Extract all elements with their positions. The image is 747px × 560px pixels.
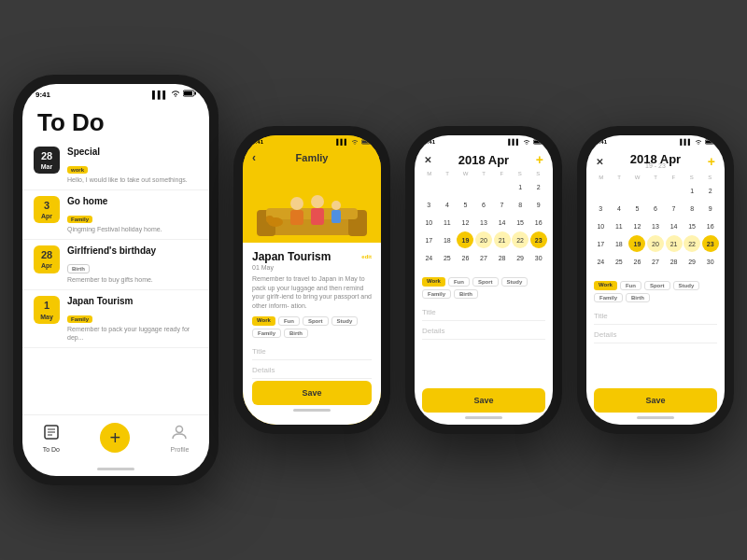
calendar-day[interactable]: 4 (439, 196, 456, 213)
calendar-day[interactable] (475, 178, 492, 195)
calendar-day[interactable]: 25 (439, 249, 456, 266)
edit-label[interactable]: edit (361, 254, 372, 259)
tag-work[interactable]: Work (422, 277, 445, 287)
tag-fun[interactable]: Fun (620, 281, 641, 290)
calendar-day[interactable]: 14 (666, 217, 683, 234)
calendar-day[interactable]: 7 (494, 196, 511, 213)
tag-study[interactable]: Study (673, 281, 700, 290)
title-field[interactable]: Title (594, 308, 717, 325)
calendar-day[interactable]: 2 (702, 182, 719, 199)
details-field[interactable]: Details (252, 362, 372, 379)
title-field[interactable]: Title (252, 343, 372, 360)
add-button[interactable]: + (536, 152, 543, 167)
calendar-day[interactable]: 28 (666, 253, 683, 270)
tag-family[interactable]: Family (594, 293, 623, 302)
calendar-day[interactable]: 17 (420, 231, 437, 248)
calendar-day[interactable]: 20 (475, 231, 492, 248)
tag-family[interactable]: Family (422, 289, 451, 299)
calendar-day[interactable] (494, 178, 511, 195)
tag-fun[interactable]: Fun (448, 277, 470, 287)
tag-work[interactable]: Work (594, 281, 617, 290)
calendar-day[interactable]: 1 (512, 178, 529, 195)
close-button[interactable]: ✕ (596, 157, 603, 167)
calendar-day[interactable]: 6 (647, 200, 664, 217)
calendar-day[interactable]: 21 (494, 231, 511, 248)
tag-study[interactable]: Study (331, 316, 359, 326)
todo-item[interactable]: 3 Apr Go home Family Qingming Festival h… (22, 190, 209, 240)
calendar-day[interactable]: 11 (439, 214, 456, 231)
tag-family[interactable]: Family (252, 329, 281, 338)
calendar-day[interactable]: 26 (628, 253, 645, 270)
calendar-day[interactable]: 26 (457, 249, 473, 266)
save-button[interactable]: Save (422, 388, 545, 413)
calendar-day[interactable] (628, 182, 645, 199)
add-button[interactable]: + (708, 154, 715, 169)
calendar-day[interactable]: 3 (592, 200, 609, 217)
calendar-day[interactable]: 19 (457, 231, 473, 248)
calendar-day[interactable]: 23 (530, 231, 547, 248)
calendar-day[interactable]: 12 (628, 217, 645, 234)
calendar-day[interactable]: 10 (592, 217, 609, 234)
calendar-day[interactable]: 8 (684, 200, 700, 217)
calendar-day[interactable]: 24 (420, 249, 437, 266)
back-button[interactable]: ‹ (252, 151, 256, 164)
calendar-day[interactable]: 24 (592, 253, 609, 270)
details-field[interactable]: Details (594, 327, 717, 343)
tag-sport[interactable]: Sport (472, 277, 499, 287)
close-button[interactable]: ✕ (424, 155, 431, 165)
calendar-day[interactable]: 11 (611, 217, 627, 234)
calendar-day[interactable]: 6 (475, 196, 492, 213)
calendar-day[interactable]: 4 (611, 200, 627, 217)
tag-fun[interactable]: Fun (278, 316, 300, 326)
calendar-day[interactable] (457, 178, 473, 195)
calendar-day[interactable]: 21 (666, 235, 683, 252)
calendar-day[interactable]: 22 (684, 235, 700, 252)
calendar-day[interactable]: 10 (420, 214, 437, 231)
todo-item[interactable]: 28 Apr Girlfriend's birthday Birth Remem… (22, 240, 209, 290)
calendar-day[interactable]: 23 (702, 235, 719, 252)
todo-item[interactable]: 1 May Japan Tourism Family Remember to p… (22, 290, 209, 348)
calendar-day[interactable]: 22 (512, 231, 529, 248)
tag-birth[interactable]: Birth (454, 289, 478, 299)
calendar-day[interactable] (439, 178, 456, 195)
calendar-day[interactable]: 15 (684, 217, 700, 234)
save-button[interactable]: Save (252, 381, 372, 405)
details-field[interactable]: Details (422, 323, 545, 340)
calendar-day[interactable]: 9 (530, 196, 547, 213)
calendar-day[interactable]: 13 (475, 214, 492, 231)
calendar-day[interactable]: 27 (647, 253, 664, 270)
calendar-day[interactable] (592, 182, 609, 199)
calendar-day[interactable]: 9 (702, 200, 719, 217)
calendar-day[interactable]: 30 (702, 253, 719, 270)
calendar-day[interactable]: 18 (439, 231, 456, 248)
nav-add-button[interactable]: + (100, 423, 130, 453)
calendar-day[interactable]: 16 (530, 214, 547, 231)
calendar-day[interactable]: 7 (666, 200, 683, 217)
calendar-day[interactable]: 14 (494, 214, 511, 231)
calendar-day[interactable]: 25 (611, 253, 627, 270)
todo-item[interactable]: 28 Mar Special work Hello, I would like … (22, 141, 209, 190)
calendar-day[interactable]: 18 (611, 235, 627, 252)
calendar-day[interactable]: 5 (628, 200, 645, 217)
tag-sport[interactable]: Sport (303, 316, 329, 326)
calendar-day[interactable]: 30 (530, 249, 547, 266)
calendar-day[interactable]: 28 (494, 249, 511, 266)
calendar-day[interactable]: 27 (475, 249, 492, 266)
nav-todo[interactable]: To Do (43, 424, 60, 453)
calendar-day[interactable]: 3 (420, 196, 437, 213)
calendar-day[interactable]: 20 (647, 235, 664, 252)
calendar-day[interactable] (420, 178, 437, 195)
calendar-day[interactable]: 15 (512, 214, 529, 231)
calendar-day[interactable]: 29 (684, 253, 700, 270)
calendar-day[interactable]: 8 (512, 196, 529, 213)
calendar-day[interactable]: 12 (457, 214, 473, 231)
calendar-day[interactable]: 13 (647, 217, 664, 234)
calendar-day[interactable]: 5 (457, 196, 473, 213)
tag-birth[interactable]: Birth (284, 329, 308, 338)
calendar-day[interactable]: 2 (530, 178, 547, 195)
nav-profile[interactable]: Profile (171, 424, 190, 453)
calendar-day[interactable] (611, 182, 627, 199)
calendar-day[interactable]: 19 (628, 235, 645, 252)
calendar-day[interactable]: 16 (702, 217, 719, 234)
calendar-day[interactable]: 29 (512, 249, 529, 266)
